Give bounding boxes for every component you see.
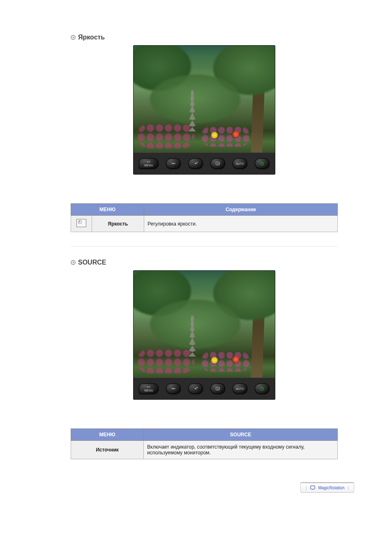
menu-button-icon: ▭MENU [139,383,159,394]
table-row: Яркость Регулировка яркости. [71,216,338,232]
source-menu-header: МЕНЮ [71,429,144,441]
auto-button-icon: AUTO [233,383,247,394]
magic-rotation-label: MagicRotation [318,486,344,490]
down-button-icon [166,158,181,169]
source-row-label: Источник [71,441,144,459]
monitor-button-bar: ▭MENU AUTO [134,378,275,399]
svg-point-1 [196,162,197,163]
up-brightness-button-icon [188,383,203,394]
monitor-button-bar: ▭MENU AUTO [134,152,275,174]
monitor-screen [134,46,275,152]
footer-links: | MagicRotation | [0,482,392,493]
source-row-desc: Включает индикатор, соответствующий теку… [144,441,338,459]
table-row: Источник Включает индикатор, соответству… [71,441,338,459]
power-button-icon [255,158,270,169]
heading-brightness: Яркость [78,34,105,41]
section-heading-brightness: Яркость [71,34,338,41]
menu-button-icon: ▭MENU [139,158,159,169]
bullet-icon [71,260,76,265]
monitor-illustration-source: ▭MENU AUTO [71,270,338,400]
magic-rotation-link[interactable]: | MagicRotation | [300,482,354,493]
section-heading-source: SOURCE [71,259,338,266]
svg-rect-8 [311,486,315,489]
chip-sep-icon: | [347,486,350,490]
brightness-menu-header: МЕНЮ [71,204,144,216]
brightness-osd-icon-cell [71,216,92,232]
brightness-osd-icon [76,219,86,227]
svg-point-5 [196,387,197,388]
heading-source: SOURCE [78,259,106,266]
enter-button-icon [210,383,225,394]
brightness-table: МЕНЮ Содержание Яркость Регулировка ярко… [71,203,338,232]
enter-button-icon [210,158,225,169]
source-table: МЕНЮ SOURCE Источник Включает индикатор,… [71,428,338,459]
magic-rotation-icon [310,485,316,491]
bullet-icon [71,35,76,40]
brightness-row-label: Яркость [92,216,144,232]
up-brightness-button-icon [188,158,203,169]
down-button-icon [166,383,181,394]
monitor-illustration-brightness: ▭MENU AUTO [71,45,338,175]
power-button-icon [255,383,270,394]
source-content-header: SOURCE [144,429,338,441]
monitor-screen [134,271,275,378]
auto-button-icon: AUTO [233,158,247,169]
brightness-row-desc: Регулировка яркости. [144,216,338,232]
brightness-content-header: Содержание [144,204,338,216]
chip-sep-icon: | [305,486,308,490]
section-divider [71,246,338,246]
